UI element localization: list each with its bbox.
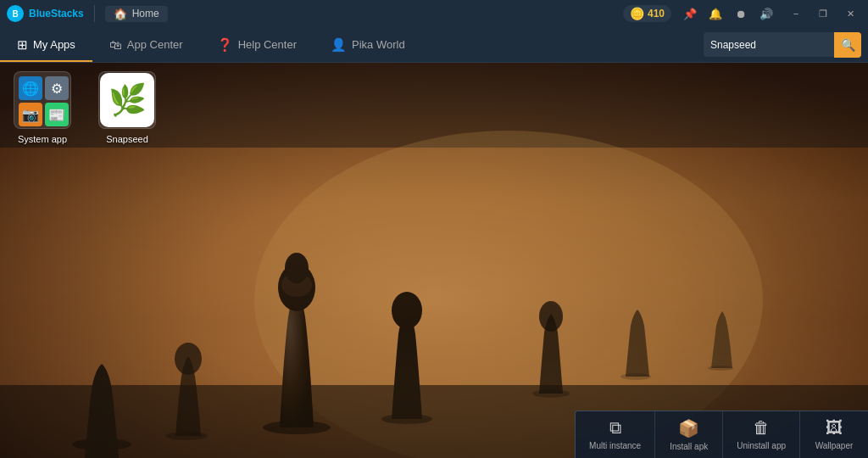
- multi-instance-icon: ⧉: [609, 418, 621, 438]
- tab-pika-world[interactable]: 👤 Pika World: [314, 27, 422, 62]
- snapseed-app-icon: 🌿: [100, 73, 154, 127]
- system-app-icon-grid: 🌐 ⚙ 📷 📰: [15, 73, 70, 127]
- snapseed-leaf-icon: 🌿: [108, 82, 147, 118]
- window-controls: − ❐ ✕: [785, 3, 861, 25]
- volume-button[interactable]: 🔊: [756, 3, 776, 24]
- install-apk-button[interactable]: 📦 Install apk: [655, 411, 723, 458]
- photo-icon: 📷: [19, 103, 42, 126]
- snapseed-icon-wrapper: 🌿: [98, 71, 156, 129]
- nav-spacer: [422, 27, 697, 62]
- search-bar: 🔍: [704, 32, 861, 57]
- app-center-icon: 🛍: [109, 37, 122, 52]
- system-app-item[interactable]: 🌐 ⚙ 📷 📰 System app: [8, 71, 76, 144]
- globe-icon: 🌐: [19, 76, 42, 100]
- title-bar-actions: 📌 🔔 ⏺ 🔊: [680, 3, 776, 24]
- news-icon: 📰: [45, 103, 69, 126]
- system-app-label: System app: [18, 134, 67, 144]
- record-button[interactable]: ⏺: [731, 3, 751, 24]
- coin-icon: 🪙: [630, 7, 644, 20]
- install-apk-icon: 📦: [678, 418, 699, 438]
- tab-help-center[interactable]: ❓ Help Center: [200, 27, 314, 62]
- nav-bar: ⊞ My Apps 🛍 App Center ❓ Help Center 👤 P…: [0, 27, 868, 63]
- tab-my-apps[interactable]: ⊞ My Apps: [0, 27, 92, 62]
- my-apps-label: My Apps: [33, 38, 75, 51]
- divider: [94, 5, 95, 22]
- main-content: 🌐 ⚙ 📷 📰 System app 🌿 Snapseed ⧉ Multi in…: [0, 63, 868, 458]
- uninstall-app-icon: 🗑: [753, 418, 770, 438]
- multi-instance-label: Multi instance: [589, 441, 641, 450]
- settings-icon: ⚙: [45, 76, 69, 100]
- app-grid: 🌐 ⚙ 📷 📰 System app 🌿 Snapseed: [8, 71, 161, 144]
- brand-name: BlueStacks: [29, 8, 84, 20]
- window-title-text: Home: [132, 8, 159, 20]
- wallpaper-label: Wallpaper: [815, 441, 854, 450]
- my-apps-icon: ⊞: [17, 37, 28, 53]
- uninstall-app-label: Uninstall app: [737, 441, 786, 450]
- wallpaper-button[interactable]: 🖼 Wallpaper: [800, 411, 868, 458]
- help-center-icon: ❓: [217, 37, 233, 53]
- search-button[interactable]: 🔍: [834, 32, 861, 58]
- bell-button[interactable]: 🔔: [705, 3, 726, 24]
- snapseed-app-item[interactable]: 🌿 Snapseed: [93, 71, 161, 144]
- pika-world-label: Pika World: [352, 38, 405, 51]
- uninstall-app-button[interactable]: 🗑 Uninstall app: [723, 411, 800, 458]
- pika-world-icon: 👤: [331, 37, 347, 53]
- install-apk-label: Install apk: [670, 442, 708, 451]
- close-button[interactable]: ✕: [839, 3, 861, 25]
- home-icon: 🏠: [114, 8, 127, 20]
- title-right-actions: 🪙 410 📌 🔔 ⏺ 🔊 − ❐ ✕: [623, 3, 861, 25]
- help-center-label: Help Center: [238, 38, 297, 51]
- coin-count: 410: [648, 8, 665, 20]
- snapseed-app-label: Snapseed: [106, 134, 148, 144]
- tab-app-center[interactable]: 🛍 App Center: [92, 27, 200, 62]
- pin-button[interactable]: 📌: [680, 3, 700, 24]
- search-input[interactable]: [710, 39, 829, 51]
- bluestacks-icon: B: [7, 5, 24, 22]
- system-app-icon-wrapper: 🌐 ⚙ 📷 📰: [14, 71, 71, 129]
- minimize-button[interactable]: −: [785, 3, 807, 25]
- search-icon: 🔍: [841, 38, 855, 52]
- wallpaper-icon: 🖼: [826, 418, 843, 438]
- maximize-button[interactable]: ❐: [812, 3, 834, 25]
- bottom-toolbar: ⧉ Multi instance 📦 Install apk 🗑 Uninsta…: [575, 411, 868, 458]
- title-bar: B BlueStacks 🏠 Home 🪙 410 📌 🔔 ⏺ 🔊 − ❐ ✕: [0, 0, 868, 27]
- coins-badge[interactable]: 🪙 410: [623, 5, 671, 22]
- app-center-label: App Center: [127, 38, 183, 51]
- app-logo: B BlueStacks: [7, 5, 84, 22]
- multi-instance-button[interactable]: ⧉ Multi instance: [576, 411, 655, 458]
- window-title-tab[interactable]: 🏠 Home: [105, 6, 168, 22]
